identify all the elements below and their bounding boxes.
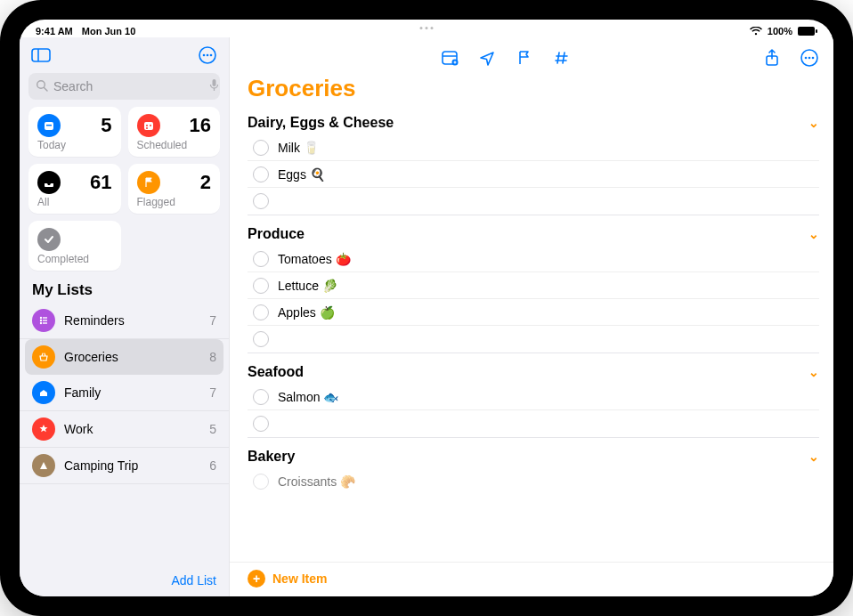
- radio-icon[interactable]: [253, 474, 269, 490]
- reminder-item-empty[interactable]: [248, 410, 819, 437]
- radio-icon[interactable]: [253, 166, 269, 182]
- list-name: Work: [64, 422, 200, 436]
- card-scheduled[interactable]: 16 Scheduled: [128, 107, 221, 157]
- emoji-icon: 🍅: [336, 252, 351, 266]
- tray-icon: [37, 171, 61, 194]
- share-icon[interactable]: [762, 48, 782, 68]
- sidebar-more-icon[interactable]: [195, 43, 220, 68]
- main-toolbar: [230, 37, 833, 73]
- section-produce-header[interactable]: Produce ⌄: [248, 221, 819, 246]
- emoji-icon: 🐟: [323, 390, 338, 404]
- list-camping[interactable]: Camping Trip 6: [20, 448, 229, 484]
- list-bullet-icon: [32, 309, 55, 332]
- sidebar: 5 Today 16 Scheduled: [20, 37, 230, 596]
- svg-rect-13: [46, 125, 52, 126]
- flag-outline-icon[interactable]: [515, 48, 534, 68]
- add-list-button[interactable]: Add List: [171, 573, 216, 588]
- svg-rect-10: [213, 79, 216, 86]
- list-count: 7: [209, 385, 216, 400]
- list-family[interactable]: Family 7: [20, 375, 229, 411]
- battery-percent: 100%: [768, 26, 792, 36]
- radio-icon[interactable]: [253, 389, 269, 405]
- wifi-icon: [750, 27, 762, 36]
- reminder-item[interactable]: Apples🍏: [248, 299, 819, 326]
- basket-icon: [32, 345, 55, 369]
- multitask-dots-icon[interactable]: [420, 27, 434, 29]
- section-dairy-header[interactable]: Dairy, Eggs & Cheese ⌄: [248, 109, 819, 134]
- svg-point-16: [150, 125, 151, 126]
- flag-icon: [137, 171, 160, 194]
- reminder-item-empty[interactable]: [248, 326, 819, 353]
- battery-icon: [798, 27, 817, 36]
- svg-point-15: [146, 125, 148, 126]
- main: Groceries Dairy, Eggs & Cheese ⌄ Milk🥛 E…: [230, 37, 833, 596]
- mic-icon[interactable]: [209, 78, 219, 95]
- svg-rect-21: [43, 320, 47, 320]
- list-name: Family: [64, 385, 200, 400]
- card-flagged[interactable]: 2 Flagged: [128, 164, 221, 214]
- section-title: Seafood: [248, 364, 304, 380]
- svg-rect-19: [43, 317, 47, 318]
- svg-point-30: [808, 57, 811, 60]
- radio-icon[interactable]: [253, 193, 269, 209]
- svg-line-9: [45, 87, 48, 91]
- sidebar-toggle-icon[interactable]: [28, 43, 53, 68]
- list-count: 8: [209, 350, 216, 364]
- chevron-down-icon[interactable]: ⌄: [808, 116, 819, 130]
- list-name: Groceries: [64, 350, 200, 364]
- emoji-icon: 🥐: [340, 474, 355, 489]
- chevron-down-icon[interactable]: ⌄: [808, 365, 819, 379]
- svg-rect-1: [816, 29, 817, 33]
- chevron-down-icon[interactable]: ⌄: [808, 227, 819, 241]
- search-input[interactable]: [53, 79, 209, 93]
- reminder-item[interactable]: Salmon🐟: [248, 384, 819, 410]
- card-today[interactable]: 5 Today: [28, 107, 121, 157]
- reminder-item[interactable]: Tomatoes🍅: [248, 246, 819, 272]
- card-today-label: Today: [37, 139, 112, 151]
- new-item-button[interactable]: + New Item: [230, 562, 833, 596]
- card-completed[interactable]: Completed: [28, 221, 121, 271]
- svg-point-18: [40, 317, 42, 319]
- reminder-item[interactable]: Lettuce🥬: [248, 272, 819, 299]
- svg-point-6: [207, 54, 209, 57]
- svg-point-31: [812, 57, 815, 60]
- list-groceries[interactable]: Groceries 8: [25, 339, 223, 375]
- search-icon: [36, 79, 48, 94]
- chevron-down-icon[interactable]: ⌄: [808, 450, 819, 464]
- content[interactable]: Dairy, Eggs & Cheese ⌄ Milk🥛 Eggs🍳 Produ…: [230, 109, 833, 562]
- ipad-frame: 9:41 AM Mon Jun 10 100%: [0, 0, 853, 616]
- section-title: Dairy, Eggs & Cheese: [248, 115, 394, 131]
- list-reminders[interactable]: Reminders 7: [20, 303, 229, 339]
- reminder-item-empty[interactable]: [248, 188, 819, 215]
- section-bakery-header[interactable]: Bakery ⌄: [248, 443, 819, 468]
- emoji-icon: 🍏: [320, 305, 335, 320]
- card-all-count: 61: [90, 171, 111, 194]
- radio-icon[interactable]: [253, 278, 269, 294]
- reminder-item[interactable]: Croissants🥐: [248, 468, 819, 495]
- list-count: 5: [209, 422, 216, 436]
- search-field[interactable]: [28, 73, 220, 100]
- tag-hash-icon[interactable]: [552, 48, 572, 68]
- app-body: 5 Today 16 Scheduled: [20, 37, 833, 596]
- svg-rect-2: [32, 49, 50, 61]
- list-work[interactable]: Work 5: [20, 411, 229, 448]
- more-circle-icon[interactable]: [800, 48, 819, 68]
- emoji-icon: 🍳: [310, 167, 325, 182]
- reminder-item[interactable]: Milk🥛: [248, 134, 819, 161]
- radio-icon[interactable]: [253, 331, 269, 347]
- location-icon[interactable]: [477, 48, 497, 68]
- star-icon: [32, 417, 55, 441]
- list-name: Reminders: [64, 313, 200, 328]
- section-seafood-header[interactable]: Seafood ⌄: [248, 359, 819, 384]
- card-all[interactable]: 61 All: [28, 164, 121, 214]
- radio-icon[interactable]: [253, 140, 269, 156]
- radio-icon[interactable]: [253, 304, 269, 320]
- status-bar: 9:41 AM Mon Jun 10 100%: [20, 20, 833, 37]
- radio-icon[interactable]: [253, 251, 269, 267]
- card-completed-label: Completed: [37, 253, 112, 265]
- reminder-item[interactable]: Eggs🍳: [248, 161, 819, 188]
- lists: Reminders 7 Groceries 8 Family 7 Work 5: [20, 303, 229, 566]
- template-icon[interactable]: [440, 48, 459, 68]
- calendar-icon: [137, 114, 160, 137]
- radio-icon[interactable]: [253, 416, 269, 432]
